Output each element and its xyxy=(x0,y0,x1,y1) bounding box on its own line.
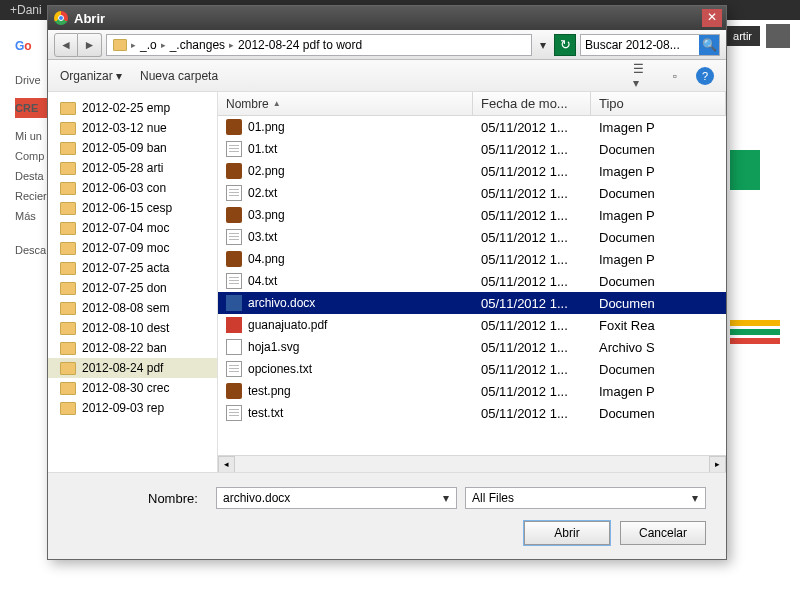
open-button[interactable]: Abrir xyxy=(524,521,610,545)
file-name: 02.txt xyxy=(248,186,277,200)
folder-row[interactable]: 2012-07-25 don xyxy=(48,278,217,298)
close-button[interactable]: ✕ xyxy=(702,9,722,27)
scroll-track[interactable] xyxy=(235,457,709,472)
filter-select[interactable]: All Files ▾ xyxy=(465,487,706,509)
file-name: 01.txt xyxy=(248,142,277,156)
folder-label: 2012-08-10 dest xyxy=(82,321,169,335)
file-name: opciones.txt xyxy=(248,362,312,376)
folder-tree[interactable]: 2012-02-25 emp2012-03-12 nue2012-05-09 b… xyxy=(48,92,218,472)
folder-row[interactable]: 2012-09-03 rep xyxy=(48,398,217,418)
file-row[interactable]: opciones.txt05/11/2012 1...Documen xyxy=(218,358,726,380)
chevron-right-icon: ▸ xyxy=(161,40,166,50)
folder-row[interactable]: 2012-07-04 moc xyxy=(48,218,217,238)
help-button[interactable]: ? xyxy=(696,67,714,85)
file-row[interactable]: 03.png05/11/2012 1...Imagen P xyxy=(218,204,726,226)
view-options-button[interactable]: ☰ ▾ xyxy=(632,66,654,86)
file-row[interactable]: 02.txt05/11/2012 1...Documen xyxy=(218,182,726,204)
folder-row[interactable]: 2012-05-28 arti xyxy=(48,158,217,178)
folder-row[interactable]: 2012-07-25 acta xyxy=(48,258,217,278)
file-type: Documen xyxy=(591,230,726,245)
file-date: 05/11/2012 1... xyxy=(473,186,591,201)
folder-label: 2012-03-12 nue xyxy=(82,121,167,135)
txt-file-icon xyxy=(226,361,242,377)
file-type: Documen xyxy=(591,296,726,311)
png-file-icon xyxy=(226,207,242,223)
file-date: 05/11/2012 1... xyxy=(473,252,591,267)
dialog-bottom: Nombre: archivo.docx ▾ All Files ▾ Abrir… xyxy=(48,472,726,559)
bg-avatar xyxy=(766,24,790,48)
folder-row[interactable]: 2012-08-22 ban xyxy=(48,338,217,358)
file-row[interactable]: 02.png05/11/2012 1...Imagen P xyxy=(218,160,726,182)
preview-pane-button[interactable]: ▫ xyxy=(664,66,686,86)
file-type: Imagen P xyxy=(591,164,726,179)
folder-icon xyxy=(60,402,76,415)
search-input[interactable]: Buscar 2012-08... 🔍 xyxy=(580,34,720,56)
folder-label: 2012-08-30 crec xyxy=(82,381,169,395)
file-date: 05/11/2012 1... xyxy=(473,274,591,289)
svg-file-icon xyxy=(226,339,242,355)
new-folder-button[interactable]: Nueva carpeta xyxy=(140,69,218,83)
breadcrumb[interactable]: ▸ _.o ▸ _.changes ▸ 2012-08-24 pdf to wo… xyxy=(106,34,532,56)
file-row[interactable]: test.png05/11/2012 1...Imagen P xyxy=(218,380,726,402)
file-row[interactable]: 03.txt05/11/2012 1...Documen xyxy=(218,226,726,248)
breadcrumb-dropdown[interactable]: ▾ xyxy=(536,38,550,52)
folder-icon xyxy=(60,302,76,315)
file-name: 02.png xyxy=(248,164,285,178)
file-type: Documen xyxy=(591,362,726,377)
file-row[interactable]: hoja1.svg05/11/2012 1...Archivo S xyxy=(218,336,726,358)
file-row[interactable]: guanajuato.pdf05/11/2012 1...Foxit Rea xyxy=(218,314,726,336)
folder-row[interactable]: 2012-05-09 ban xyxy=(48,138,217,158)
folder-row[interactable]: 2012-08-10 dest xyxy=(48,318,217,338)
folder-row[interactable]: 2012-08-08 sem xyxy=(48,298,217,318)
chevron-down-icon[interactable]: ▾ xyxy=(687,491,703,505)
file-name: 03.png xyxy=(248,208,285,222)
file-list[interactable]: 01.png05/11/2012 1...Imagen P01.txt05/11… xyxy=(218,116,726,455)
filename-input[interactable]: archivo.docx ▾ xyxy=(216,487,457,509)
file-date: 05/11/2012 1... xyxy=(473,384,591,399)
refresh-button[interactable]: ↻ xyxy=(554,34,576,56)
file-row[interactable]: test.txt05/11/2012 1...Documen xyxy=(218,402,726,424)
titlebar[interactable]: Abrir ✕ xyxy=(48,6,726,30)
crumb[interactable]: 2012-08-24 pdf to word xyxy=(238,38,362,52)
back-button[interactable]: ◄ xyxy=(54,33,78,57)
crumb[interactable]: _.o xyxy=(140,38,157,52)
folder-row[interactable]: 2012-06-15 cesp xyxy=(48,198,217,218)
scroll-left-button[interactable]: ◂ xyxy=(218,456,235,473)
chevron-right-icon: ▸ xyxy=(131,40,136,50)
chevron-down-icon[interactable]: ▾ xyxy=(438,491,454,505)
folder-row[interactable]: 2012-02-25 emp xyxy=(48,98,217,118)
crumb[interactable]: _.changes xyxy=(170,38,225,52)
forward-button[interactable]: ► xyxy=(78,33,102,57)
file-type: Imagen P xyxy=(591,252,726,267)
file-type: Documen xyxy=(591,186,726,201)
col-header-name[interactable]: Nombre▲ xyxy=(218,92,473,115)
col-header-type[interactable]: Tipo xyxy=(591,92,726,115)
search-icon[interactable]: 🔍 xyxy=(699,35,719,55)
file-name: 04.png xyxy=(248,252,285,266)
file-row[interactable]: 01.png05/11/2012 1...Imagen P xyxy=(218,116,726,138)
file-row[interactable]: 04.txt05/11/2012 1...Documen xyxy=(218,270,726,292)
folder-icon xyxy=(60,362,76,375)
folder-row[interactable]: 2012-03-12 nue xyxy=(48,118,217,138)
file-name: hoja1.svg xyxy=(248,340,299,354)
txt-file-icon xyxy=(226,405,242,421)
dialog-title: Abrir xyxy=(74,11,696,26)
png-file-icon xyxy=(226,163,242,179)
col-header-date[interactable]: Fecha de mo... xyxy=(473,92,591,115)
folder-row[interactable]: 2012-08-24 pdf xyxy=(48,358,217,378)
file-row[interactable]: archivo.docx05/11/2012 1...Documen xyxy=(218,292,726,314)
folder-row[interactable]: 2012-06-03 con xyxy=(48,178,217,198)
folder-row[interactable]: 2012-07-09 moc xyxy=(48,238,217,258)
cancel-button[interactable]: Cancelar xyxy=(620,521,706,545)
file-row[interactable]: 01.txt05/11/2012 1...Documen xyxy=(218,138,726,160)
folder-row[interactable]: 2012-08-30 crec xyxy=(48,378,217,398)
file-row[interactable]: 04.png05/11/2012 1...Imagen P xyxy=(218,248,726,270)
folder-label: 2012-07-25 acta xyxy=(82,261,169,275)
open-file-dialog: Abrir ✕ ◄ ► ▸ _.o ▸ _.changes ▸ 2012-08-… xyxy=(47,5,727,560)
organize-menu[interactable]: Organizar ▾ xyxy=(60,69,122,83)
scroll-right-button[interactable]: ▸ xyxy=(709,456,726,473)
horizontal-scrollbar[interactable]: ◂ ▸ xyxy=(218,455,726,472)
folder-label: 2012-08-22 ban xyxy=(82,341,167,355)
file-pane: Nombre▲ Fecha de mo... Tipo 01.png05/11/… xyxy=(218,92,726,472)
file-type: Foxit Rea xyxy=(591,318,726,333)
